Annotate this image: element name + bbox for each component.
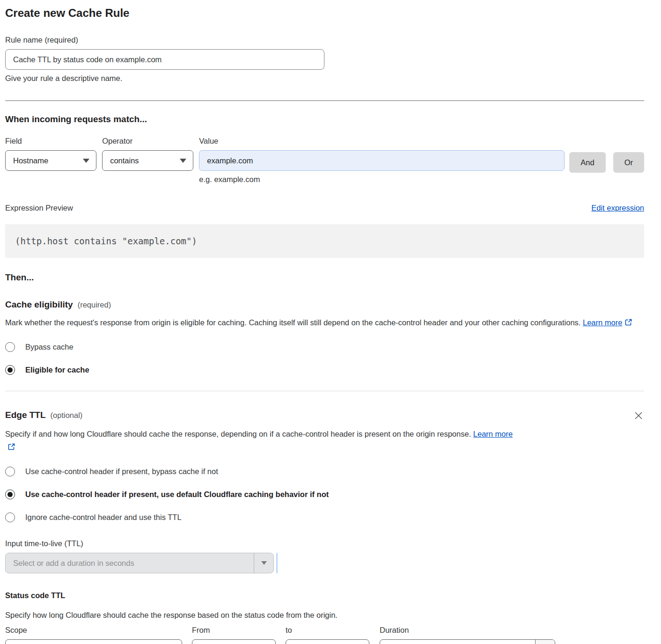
operator-select-value: contains — [110, 156, 139, 165]
expression-code-block: (http.host contains "example.com") — [5, 224, 644, 258]
radio-option-label: Use cache-control header if present, use… — [25, 490, 329, 499]
page-title: Create new Cache Rule — [5, 7, 644, 20]
edge-ttl-header: Edge TTL(optional) — [5, 410, 644, 421]
close-icon — [634, 411, 643, 420]
ttl-select-caret-button[interactable] — [254, 553, 273, 573]
status-code-ttl-row: Scope Range From 200 to 599 Duration 1 d… — [5, 626, 644, 644]
rule-name-input[interactable] — [5, 49, 324, 70]
operator-label: Operator — [102, 137, 193, 146]
or-button[interactable]: Or — [613, 152, 644, 173]
edit-expression-link[interactable]: Edit expression — [591, 204, 644, 212]
duration-label: Duration — [380, 626, 555, 635]
edge-ttl-learn-more-link[interactable]: Learn more — [473, 430, 513, 438]
to-label: to — [286, 626, 369, 635]
field-label: Field — [5, 137, 96, 146]
chevron-down-icon — [261, 561, 267, 565]
section-divider — [5, 391, 644, 391]
duration-value: 1 day — [380, 640, 535, 644]
value-input[interactable] — [199, 150, 565, 171]
radio-option-ignore-header[interactable]: Ignore cache-control header and use this… — [5, 512, 644, 522]
ttl-select-placeholder: Select or add a duration in seconds — [6, 553, 254, 573]
field-select[interactable]: Hostname — [5, 150, 96, 171]
from-label: From — [192, 626, 276, 635]
edge-ttl-heading: Edge TTL — [5, 410, 46, 420]
radio-option-use-header-default[interactable]: Use cache-control header if present, use… — [5, 490, 644, 499]
section-divider — [5, 100, 644, 101]
duration-caret-button[interactable] — [535, 640, 555, 644]
duration-combobox[interactable]: 1 day — [380, 639, 555, 644]
chevron-down-icon — [180, 159, 186, 163]
external-link-icon — [7, 443, 15, 451]
and-button[interactable]: And — [569, 152, 605, 173]
value-label: Value — [199, 137, 565, 146]
to-select[interactable]: 599 — [286, 639, 369, 644]
radio-icon[interactable] — [5, 342, 15, 352]
scope-label: Scope — [5, 626, 182, 635]
radio-option-bypass-cache[interactable]: Bypass cache — [5, 342, 644, 352]
radio-option-label: Use cache-control header if present, byp… — [25, 467, 218, 476]
cache-eligibility-heading: Cache eligibility — [5, 300, 73, 309]
external-link-icon — [624, 318, 632, 326]
scope-select[interactable]: Range — [5, 639, 182, 644]
radio-option-label: Bypass cache — [25, 343, 73, 351]
rule-name-help: Give your rule a descriptive name. — [5, 74, 644, 83]
cache-eligibility-learn-more-link[interactable]: Learn more — [583, 318, 622, 327]
cache-eligibility-description: Mark whether the request's response from… — [5, 316, 635, 329]
status-code-ttl-description: Specify how long Cloudflare should cache… — [5, 611, 644, 620]
expression-code: (http.host contains "example.com") — [15, 236, 197, 246]
radio-option-use-header-bypass[interactable]: Use cache-control header if present, byp… — [5, 467, 644, 476]
radio-option-label: Eligible for cache — [25, 366, 89, 374]
radio-icon[interactable] — [5, 467, 15, 476]
from-select[interactable]: 200 — [192, 639, 276, 644]
field-select-value: Hostname — [13, 156, 48, 165]
expression-header: Expression Preview Edit expression — [5, 204, 644, 212]
radio-selected-icon[interactable] — [5, 365, 15, 375]
radio-icon[interactable] — [5, 512, 15, 522]
radio-option-label: Ignore cache-control header and use this… — [25, 513, 182, 522]
ttl-input-label: Input time-to-live (TTL) — [5, 539, 644, 548]
operator-select[interactable]: contains — [102, 150, 193, 171]
match-condition-row: Field Hostname Operator contains Value e… — [5, 137, 644, 184]
then-heading: Then... — [5, 272, 644, 283]
radio-option-eligible-for-cache[interactable]: Eligible for cache — [5, 365, 644, 375]
remove-edge-ttl-button[interactable] — [633, 410, 644, 421]
edge-ttl-description: Specify if and how long Cloudflare shoul… — [5, 427, 522, 454]
expression-preview-label: Expression Preview — [5, 204, 73, 212]
rule-name-label: Rule name (required) — [5, 36, 644, 44]
status-code-ttl-heading: Status code TTL — [5, 591, 644, 600]
ttl-select-highlight — [276, 553, 278, 573]
ttl-duration-select[interactable]: Select or add a duration in seconds — [5, 553, 274, 573]
edge-ttl-qualifier: (optional) — [51, 411, 83, 419]
chevron-down-icon — [83, 159, 89, 163]
radio-selected-icon[interactable] — [5, 490, 15, 499]
create-cache-rule-form: Create new Cache Rule Rule name (require… — [0, 0, 661, 644]
match-section-heading: When incoming requests match... — [5, 114, 644, 124]
value-help: e.g. example.com — [199, 175, 565, 184]
cache-eligibility-qualifier: (required) — [78, 300, 111, 309]
